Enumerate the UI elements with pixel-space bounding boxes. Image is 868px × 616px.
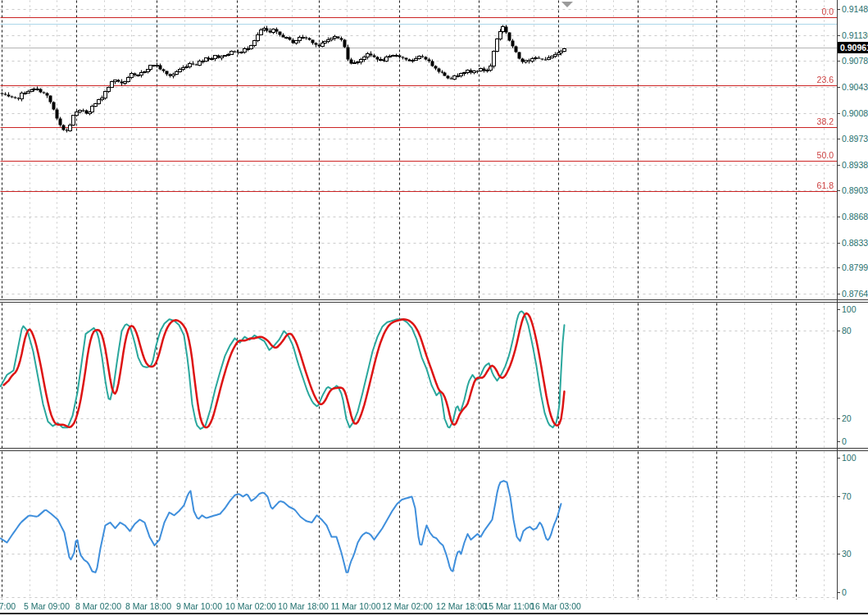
scale-tick [837, 418, 840, 419]
fibonacci-level-label: 61.8 [817, 180, 834, 190]
scale-tick [837, 441, 840, 442]
scale-tick [837, 554, 840, 554]
scale-tick [837, 87, 840, 88]
scale-tick [837, 458, 840, 459]
stochastic-tick-label: 80 [842, 326, 852, 335]
scale-tick [837, 217, 840, 217]
scale-tick [837, 9, 840, 10]
scale-tick [837, 139, 840, 139]
scale-tick [837, 61, 840, 62]
price-tick-label: 0.87640 [842, 289, 868, 299]
price-tick-label: 0.90430 [842, 82, 868, 92]
time-tick-label: 5 Mar 09:00 [24, 601, 70, 611]
price-tick-label: 0.89380 [842, 160, 868, 170]
scale-tick [837, 592, 840, 593]
fibonacci-level-label: 0.0 [821, 7, 834, 16]
scale-tick [837, 190, 840, 191]
panel-splitter-main-stochastic[interactable] [0, 299, 868, 303]
time-tick-label: 17:00 [0, 601, 16, 611]
time-tick-label: 12 Mar 02:00 [382, 601, 433, 611]
fibonacci-level-label: 38.2 [817, 116, 834, 126]
stochastic-tick-label: 20 [842, 413, 852, 423]
stochastic-tick-label: 0 [842, 436, 847, 446]
current-price-badge: 0.90961 [838, 42, 868, 53]
rsi-tick-label: 0 [842, 587, 847, 597]
fibonacci-level-label: 50.0 [817, 150, 834, 160]
time-tick-label: 10 Mar 18:00 [278, 601, 329, 611]
time-tick-label: 8 Mar 02:00 [75, 601, 121, 611]
scale-tick [837, 35, 840, 36]
scale-tick [837, 331, 840, 331]
time-tick-label: 8 Mar 18:00 [125, 601, 171, 611]
scale-tick [837, 496, 840, 497]
fibonacci-level-label: 23.6 [817, 75, 834, 84]
rsi-tick-label: 100 [842, 453, 857, 463]
scale-tick [837, 243, 840, 244]
stochastic-tick-label: 100 [842, 304, 857, 314]
scale-tick [837, 309, 840, 310]
price-tick-label: 0.89730 [842, 134, 868, 144]
chart-shift-marker-icon[interactable] [561, 2, 573, 7]
price-tick-label: 0.90080 [842, 108, 868, 118]
rsi-tick-label: 70 [842, 491, 852, 501]
stochastic-scale[interactable]: 10080200 [838, 303, 868, 448]
time-tick-label: 10 Mar 02:00 [225, 601, 276, 611]
time-tick-label: 9 Mar 10:00 [176, 601, 222, 611]
trading-chart-window: 0.914800.911300.907800.904300.900800.897… [0, 0, 868, 616]
main-price-chart-canvas[interactable] [0, 0, 837, 299]
price-tick-label: 0.90780 [842, 56, 868, 66]
price-tick-label: 0.91130 [842, 30, 868, 40]
scale-tick [837, 113, 840, 114]
price-tick-label: 0.89030 [842, 185, 868, 195]
scale-tick [837, 165, 840, 166]
scale-tick [837, 267, 840, 268]
scale-tick [837, 294, 840, 294]
time-tick-label: 16 Mar 03:00 [530, 601, 581, 611]
stochastic-indicator-canvas[interactable] [0, 303, 837, 448]
time-tick-label: 12 Mar 18:00 [436, 601, 487, 611]
rsi-indicator-canvas[interactable] [0, 451, 837, 600]
price-tick-label: 0.88680 [842, 212, 868, 221]
time-tick-label: 15 Mar 11:00 [484, 601, 534, 611]
panel-splitter-stochastic-rsi[interactable] [0, 448, 868, 451]
time-scale[interactable]: 17:005 Mar 09:008 Mar 02:008 Mar 18:009 … [0, 598, 868, 616]
price-tick-label: 0.88330 [842, 238, 868, 248]
price-tick-label: 0.87990 [842, 262, 868, 272]
rsi-scale[interactable]: 10070300 [838, 451, 868, 600]
rsi-tick-label: 30 [842, 549, 852, 559]
price-tick-label: 0.91480 [842, 4, 868, 14]
time-tick-label: 11 Mar 10:00 [330, 601, 380, 611]
